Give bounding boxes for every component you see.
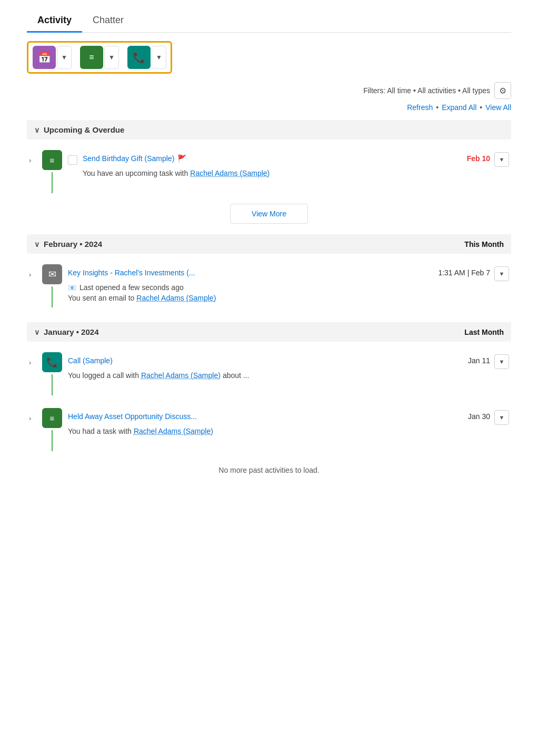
links-row: Refresh • Expand All • View All: [27, 103, 511, 112]
list-item: › ≡ Held Away Asset Opportunity Discuss.…: [27, 404, 511, 455]
chevron-down-icon: ∨: [34, 328, 39, 336]
activity-date-held-away: Jan 30: [468, 412, 490, 421]
activity-desc-key-insights: You sent an email to Rachel Adams (Sampl…: [68, 294, 509, 302]
new-task-button[interactable]: 📅: [33, 46, 56, 69]
chevron-down-icon: ∨: [34, 126, 39, 134]
filter-row: Filters: All time • All activities • All…: [27, 82, 511, 99]
filter-label: Filters: All time • All activities • All…: [363, 86, 490, 95]
section-january-badge: Last Month: [464, 328, 504, 336]
view-more-button[interactable]: View More: [230, 204, 308, 224]
activity-date-key-insights: 1:31 AM | Feb 7: [438, 268, 490, 277]
section-february-header[interactable]: ∨ February • 2024 This Month: [27, 234, 511, 254]
view-more-wrap: View More: [27, 204, 511, 224]
activity-desc-email-opened: 📧 Last opened a few seconds ago: [68, 283, 509, 292]
activity-link-key-insights[interactable]: Rachel Adams (Sample): [136, 294, 216, 302]
log-call-dropdown[interactable]: ▼: [152, 46, 166, 69]
section-february-badge: This Month: [464, 240, 504, 248]
section-upcoming-title: Upcoming & Overdue: [44, 125, 124, 134]
item-dropdown-key-insights[interactable]: ▼: [494, 266, 509, 281]
task-icon: ≡: [42, 408, 62, 428]
call-icon: 📞: [42, 352, 62, 372]
new-task-group: 📅 ▼: [33, 46, 72, 69]
activity-link-call[interactable]: Rachel Adams (Sample): [141, 371, 221, 380]
activity-title-key-insights[interactable]: Key Insights - Rachel's Investments (...: [68, 268, 434, 277]
timeline-line: [52, 374, 53, 395]
section-january-title: January • 2024: [44, 327, 99, 336]
timeline-line: [52, 430, 53, 451]
list-item: › ✉ Key Insights - Rachel's Investments …: [27, 260, 511, 312]
activity-item-held-away: › ≡ Held Away Asset Opportunity Discuss.…: [27, 404, 511, 455]
activity-date-call: Jan 11: [468, 356, 490, 365]
section-upcoming-overdue: ∨ Upcoming & Overdue › ≡ Send Birthday G…: [27, 120, 511, 224]
timeline-line: [52, 172, 53, 193]
activity-desc-held-away: You had a task with Rachel Adams (Sample…: [68, 427, 509, 435]
item-dropdown-birthday[interactable]: ▼: [494, 152, 509, 167]
tab-chatter[interactable]: Chatter: [82, 8, 134, 33]
list-item: › 📞 Call (Sample) Jan 11 ▼ You logged a …: [27, 348, 511, 400]
log-call-group: 📞 ▼: [127, 46, 166, 69]
new-task-dropdown[interactable]: ▼: [57, 46, 72, 69]
activity-title-birthday[interactable]: Send Birthday Gift (Sample) 🚩: [83, 154, 463, 163]
section-january-2024: ∨ January • 2024 Last Month › 📞 Call (Sa…: [27, 322, 511, 455]
activity-date-birthday: Feb 10: [467, 154, 490, 163]
expand-arrow-icon[interactable]: ›: [29, 359, 36, 366]
expand-arrow-icon[interactable]: ›: [29, 156, 36, 164]
action-buttons-bar: 📅 ▼ ≡ ▼ 📞 ▼: [27, 41, 172, 74]
chevron-down-icon: ∨: [34, 240, 39, 248]
activity-desc-birthday: You have an upcoming task with Rachel Ad…: [83, 169, 509, 177]
list-item: › ≡ Send Birthday Gift (Sample) 🚩 Feb 10…: [27, 146, 511, 197]
section-upcoming-header[interactable]: ∨ Upcoming & Overdue: [27, 120, 511, 140]
tabs-bar: Activity Chatter: [27, 8, 511, 33]
item-dropdown-call[interactable]: ▼: [494, 354, 509, 369]
activity-item-birthday: › ≡ Send Birthday Gift (Sample) 🚩 Feb 10…: [27, 146, 511, 197]
tab-activity[interactable]: Activity: [27, 8, 82, 33]
new-tasklist-group: ≡ ▼: [80, 46, 119, 69]
activity-title-held-away[interactable]: Held Away Asset Opportunity Discuss...: [68, 412, 464, 421]
activity-link-held-away[interactable]: Rachel Adams (Sample): [134, 427, 213, 435]
flag-icon: 🚩: [177, 154, 186, 163]
log-call-button[interactable]: 📞: [127, 46, 151, 69]
view-all-link[interactable]: View All: [485, 103, 511, 112]
task-checkbox[interactable]: [68, 155, 77, 165]
new-tasklist-dropdown[interactable]: ▼: [104, 46, 119, 69]
email-icon: ✉: [42, 264, 62, 284]
activity-title-call[interactable]: Call (Sample): [68, 356, 464, 365]
task-icon: ≡: [42, 150, 62, 170]
activity-desc-call: You logged a call with Rachel Adams (Sam…: [68, 371, 509, 380]
section-february-title: February • 2024: [44, 240, 102, 248]
email-opened-icon: 📧: [68, 284, 76, 292]
refresh-link[interactable]: Refresh: [407, 103, 433, 112]
no-more-label: No more past activities to load.: [27, 466, 511, 474]
section-february-2024: ∨ February • 2024 This Month › ✉ Key Ins…: [27, 234, 511, 312]
new-tasklist-button[interactable]: ≡: [80, 46, 103, 69]
expand-all-link[interactable]: Expand All: [442, 103, 476, 112]
expand-arrow-icon[interactable]: ›: [29, 414, 36, 422]
item-dropdown-held-away[interactable]: ▼: [494, 410, 509, 425]
filter-settings-button[interactable]: ⚙: [494, 82, 511, 99]
timeline-line: [52, 286, 53, 307]
activity-item-call: › 📞 Call (Sample) Jan 11 ▼ You logged a …: [27, 348, 511, 400]
activity-item-key-insights: › ✉ Key Insights - Rachel's Investments …: [27, 260, 511, 312]
expand-arrow-icon[interactable]: ›: [29, 271, 36, 278]
activity-link-birthday[interactable]: Rachel Adams (Sample): [190, 169, 270, 177]
section-january-header[interactable]: ∨ January • 2024 Last Month: [27, 322, 511, 342]
